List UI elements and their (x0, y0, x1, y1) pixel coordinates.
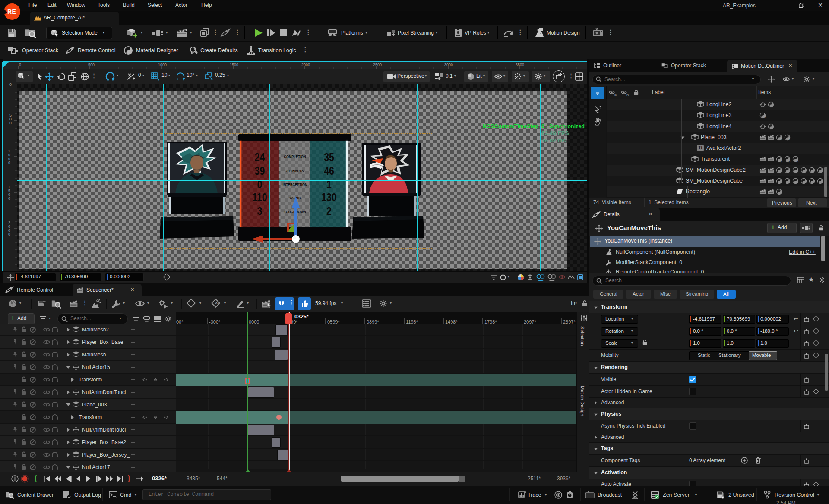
svg-text:R: R (780, 138, 782, 141)
svg-text:R: R (763, 116, 766, 119)
svg-text:E: E (614, 93, 617, 96)
svg-text:R: R (780, 159, 782, 162)
svg-text:R: R (788, 138, 790, 141)
svg-text:R: R (626, 93, 629, 96)
svg-text:R: R (796, 159, 798, 162)
svg-text:R: R (788, 159, 790, 162)
